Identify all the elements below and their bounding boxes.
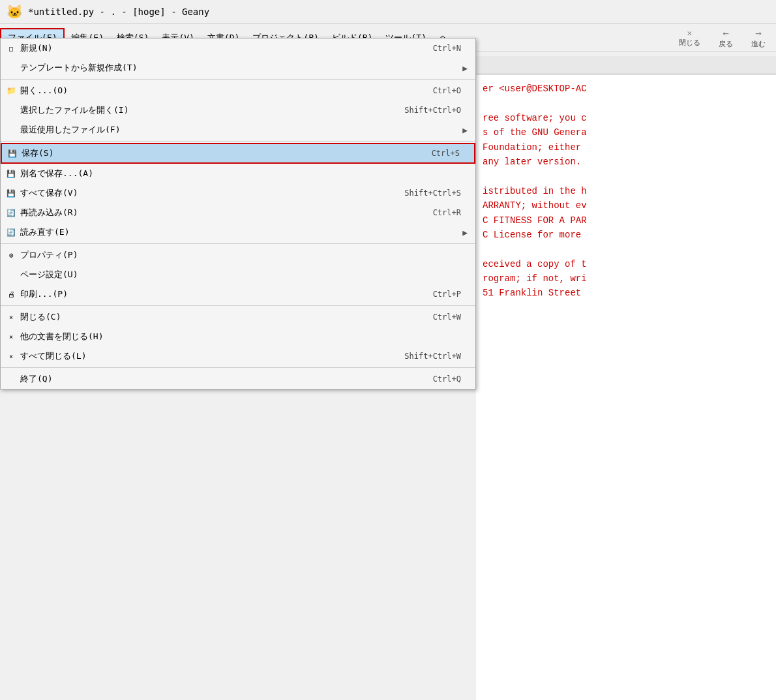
menu-item-open-selected[interactable]: 選択したファイルを開く(I) Shift+Ctrl+O bbox=[1, 100, 475, 120]
menu-item-properties[interactable]: ⚙ プロパティ(P) bbox=[1, 245, 475, 265]
submenu-arrow-icon: ▶ bbox=[462, 63, 468, 73]
close-all-icon: × bbox=[6, 351, 16, 361]
window-title: *untitled.py - . - [hoge] - Geany bbox=[28, 7, 209, 17]
back-nav-button[interactable]: ← 戻る bbox=[715, 25, 737, 50]
title-bar: 🐱 *untitled.py - . - [hoge] - Geany bbox=[0, 0, 776, 24]
editor-line-11: C License for more bbox=[483, 228, 769, 242]
editor-line-9: ARRANTY; without ev bbox=[483, 198, 769, 213]
editor-line-14: rogram; if not, wri bbox=[483, 271, 769, 286]
revert-submenu-arrow-icon: ▶ bbox=[462, 228, 468, 237]
recent-icon bbox=[6, 125, 16, 135]
editor-line-8: istributed in the h bbox=[483, 184, 769, 198]
menu-item-close[interactable]: × 閉じる(C) Ctrl+W bbox=[1, 307, 475, 327]
save-as-icon: 💾 bbox=[6, 168, 16, 179]
menu-item-close-others[interactable]: × 他の文書を閉じる(H) bbox=[1, 327, 475, 346]
editor-line-7 bbox=[483, 169, 769, 183]
properties-icon: ⚙ bbox=[6, 250, 16, 260]
forward-nav-button[interactable]: → 進む bbox=[747, 25, 769, 50]
menu-item-open[interactable]: 📁 開く...(O) Ctrl+O bbox=[1, 81, 475, 100]
quit-icon bbox=[6, 374, 16, 384]
menu-item-quit[interactable]: 終了(Q) Ctrl+Q bbox=[1, 369, 475, 389]
save-icon: 💾 bbox=[7, 148, 18, 159]
menu-item-save-all[interactable]: 💾 すべて保存(V) Shift+Ctrl+S bbox=[1, 183, 475, 203]
menu-item-page-setup[interactable]: ページ設定(U) bbox=[1, 265, 475, 284]
menu-item-recent[interactable]: 最近使用したファイル(F) ▶ bbox=[1, 120, 475, 140]
menu-item-revert[interactable]: 🔄 読み直す(E) ▶ bbox=[1, 222, 475, 242]
separator-2 bbox=[1, 141, 475, 142]
menu-item-print[interactable]: 🖨 印刷...(P) Ctrl+P bbox=[1, 284, 475, 304]
file-menu-dropdown: □ 新規(N) Ctrl+N テンプレートから新規作成(T) ▶ 📁 開く...… bbox=[0, 38, 476, 389]
save-all-icon: 💾 bbox=[6, 188, 16, 198]
editor-area: er <user@DESKTOP-AC ree software; you c … bbox=[476, 75, 776, 700]
back-arrow-icon: ← bbox=[723, 27, 729, 39]
close-others-icon: × bbox=[6, 331, 16, 342]
editor-line-1: er <user@DESKTOP-AC bbox=[483, 82, 769, 96]
separator-4 bbox=[1, 305, 475, 306]
page-setup-icon bbox=[6, 269, 16, 280]
app-icon: 🐱 bbox=[7, 4, 23, 20]
forward-arrow-icon: → bbox=[755, 27, 762, 39]
editor-line-12 bbox=[483, 242, 769, 256]
editor-line-10: C FITNESS FOR A PAR bbox=[483, 213, 769, 228]
print-icon: 🖨 bbox=[6, 289, 16, 299]
editor-line-6: any later version. bbox=[483, 155, 769, 169]
reload-icon: 🔄 bbox=[6, 207, 16, 218]
editor-line-2 bbox=[483, 96, 769, 110]
revert-icon: 🔄 bbox=[6, 227, 16, 237]
separator-3 bbox=[1, 243, 475, 244]
separator-5 bbox=[1, 367, 475, 368]
new-template-icon bbox=[6, 63, 16, 73]
dropdown-menu-container: □ 新規(N) Ctrl+N テンプレートから新規作成(T) ▶ 📁 開く...… bbox=[0, 38, 476, 389]
menu-item-new-template[interactable]: テンプレートから新規作成(T) ▶ bbox=[1, 58, 475, 78]
editor-line-3: ree software; you c bbox=[483, 111, 769, 125]
close-icon: × bbox=[6, 312, 16, 322]
editor-line-15: 51 Franklin Street bbox=[483, 286, 769, 300]
editor-line-13: eceived a copy of t bbox=[483, 257, 769, 271]
editor-line-5: Foundation; either bbox=[483, 140, 769, 155]
menu-item-save-as[interactable]: 💾 別名で保存...(A) bbox=[1, 164, 475, 183]
editor-line-4: s of the GNU Genera bbox=[483, 125, 769, 140]
new-file-icon: □ bbox=[6, 43, 16, 53]
open-icon: 📁 bbox=[6, 85, 16, 96]
menu-item-new[interactable]: □ 新規(N) Ctrl+N bbox=[1, 38, 475, 58]
menu-item-reload[interactable]: 🔄 再読み込み(R) Ctrl+R bbox=[1, 203, 475, 222]
menu-item-save[interactable]: 💾 保存(S) Ctrl+S bbox=[1, 143, 475, 164]
recent-submenu-arrow-icon: ▶ bbox=[462, 125, 468, 135]
close-nav-button[interactable]: ✕ 閉じる bbox=[675, 27, 704, 49]
open-selected-icon bbox=[6, 105, 16, 115]
menu-item-close-all[interactable]: × すべて閉じる(L) Shift+Ctrl+W bbox=[1, 346, 475, 366]
separator-1 bbox=[1, 79, 475, 80]
